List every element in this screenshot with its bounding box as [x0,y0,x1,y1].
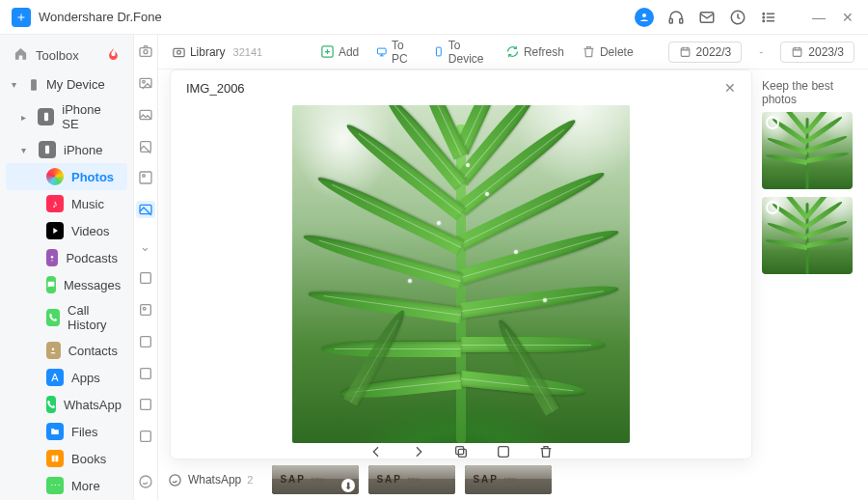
rail-image-icon[interactable] [136,332,155,350]
close-icon[interactable]: ✕ [724,80,736,96]
prev-button[interactable] [367,443,385,460]
plus-icon [320,44,335,59]
list-menu-icon[interactable] [760,9,777,26]
mail-icon[interactable] [698,9,716,26]
close-button[interactable]: ✕ [839,10,856,25]
contacts-icon [46,342,61,359]
library-count: 32141 [233,46,263,58]
svg-point-22 [143,80,146,83]
phone-icon [39,141,56,158]
sidebar-item-call-history[interactable]: Call History [6,298,127,337]
photo-thumbnail[interactable]: SAP50% [368,465,455,494]
sidebar: Toolbox ▾ My Device ▸ iPhone SE ▾ iPhone [0,35,134,500]
date-to-picker[interactable]: 2023/3 [780,42,854,63]
footer-row: WhatsApp 2 SAP50% ⬇ SAP50% SAP50% [158,459,868,500]
library-label: Library [190,45,226,59]
sidebar-item-label: Apps [71,371,100,385]
rail-image-icon[interactable] [136,364,155,382]
sidebar-item-podcasts[interactable]: Podcasts [6,244,127,271]
delete-button[interactable]: Delete [582,44,634,59]
rail-chevron-down-icon[interactable]: ⌄ [136,237,155,256]
sidebar-item-messages[interactable]: Messages [6,271,127,298]
sidebar-item-label: Call History [68,303,118,332]
sidebar-item-files[interactable]: Files [6,418,127,445]
to-device-label: To Device [448,39,488,66]
date-dash: - [759,45,763,59]
sidebar-item-whatsapp[interactable]: WhatsApp [6,391,127,418]
app-logo-icon [12,8,31,27]
check-circle-icon[interactable] [766,201,779,214]
content-area: Keep the best photos [158,69,868,500]
toolbar: Library 32141 Add To PC To Device Refres… [158,35,868,69]
folder-icon [46,423,64,440]
keep-best-label: Keep the best photos [762,79,858,106]
sidebar-item-label: Messages [64,278,121,292]
chevron-right-icon: ▸ [21,112,30,123]
rail-image-icon[interactable] [136,428,155,446]
device-icon [27,78,41,92]
sidebar-item-videos[interactable]: Videos [6,217,127,244]
photo-thumbnail[interactable]: SAP50% [465,465,552,494]
fullscreen-button[interactable] [495,443,512,460]
library-header[interactable]: Library 32141 [172,44,262,59]
to-device-button[interactable]: To Device [433,39,488,66]
headset-icon[interactable] [667,9,685,26]
sidebar-my-device[interactable]: ▾ My Device [0,71,133,97]
to-device-icon [433,44,445,59]
photo-viewer-modal: IMG_2006 ✕ [170,69,752,459]
sidebar-device-iphone[interactable]: ▾ iPhone [6,136,127,163]
rail-whatsapp-icon[interactable] [136,472,155,490]
videos-icon [46,222,64,239]
user-account-icon[interactable] [635,8,654,27]
rail-image-icon[interactable] [136,137,155,155]
sidebar-item-photos[interactable]: Photos [6,163,127,190]
svg-point-26 [143,175,146,178]
svg-rect-1 [669,18,672,23]
refresh-button[interactable]: Refresh [505,44,564,59]
next-button[interactable] [410,443,427,460]
whatsapp-icon [46,396,56,413]
rail-image-icon[interactable] [136,396,155,414]
camera-icon [172,44,186,59]
svg-point-7 [763,16,765,18]
chevron-down-icon: ▾ [12,79,21,90]
sidebar-item-label: Music [71,197,104,211]
calendar-icon [791,45,803,58]
footer-library[interactable]: WhatsApp 2 [168,473,253,487]
svg-rect-19 [140,48,151,57]
svg-rect-32 [141,368,151,378]
rail-image-icon[interactable] [136,301,155,319]
sidebar-item-label: Files [71,425,97,439]
sidebar-item-music[interactable]: ♪ Music [6,190,127,217]
best-photos-strip: Keep the best photos [762,79,858,282]
copy-button[interactable] [452,443,470,460]
svg-rect-12 [44,113,48,121]
history-icon[interactable] [729,9,746,26]
minimize-button[interactable]: — [810,10,827,25]
rail-image-icon[interactable] [136,169,155,187]
sidebar-device-iphone-se[interactable]: ▸ iPhone SE [6,97,127,136]
to-pc-button[interactable]: To PC [376,39,416,66]
date-from-picker[interactable]: 2022/3 [668,42,743,63]
rail-image-icon[interactable] [136,74,155,93]
delete-button[interactable] [537,443,555,460]
photo-thumbnail[interactable] [762,112,853,189]
date-from-value: 2022/3 [696,45,732,59]
rail-image-icon[interactable] [136,105,155,124]
svg-rect-39 [378,48,387,54]
sidebar-item-more[interactable]: ⋯ More [6,472,127,499]
photo-thumbnail[interactable]: SAP50% ⬇ [272,465,359,494]
sidebar-toolbox[interactable]: Toolbox [0,39,133,71]
check-circle-icon[interactable] [766,116,779,129]
album-rail: ⌄ [134,35,158,500]
sidebar-item-books[interactable]: Books [6,445,127,472]
add-button[interactable]: Add [320,44,359,59]
rail-camera-icon[interactable] [136,42,155,61]
sidebar-item-contacts[interactable]: Contacts [6,337,127,364]
sidebar-item-apps[interactable]: A Apps [6,364,127,391]
photo-thumbnail[interactable] [762,197,853,274]
svg-rect-43 [458,449,466,457]
rail-image-icon[interactable] [136,269,155,288]
date-to-value: 2023/3 [808,45,844,59]
rail-image-icon[interactable] [136,201,155,219]
